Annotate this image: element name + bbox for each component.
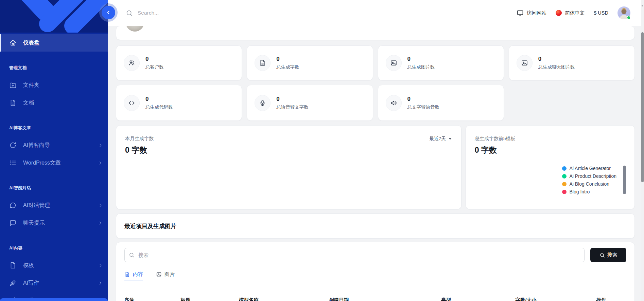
sidebar-item-AI写作[interactable]: AI写作 bbox=[0, 274, 108, 292]
chevron-right-icon bbox=[98, 281, 103, 286]
legend-scrollbar-thumb[interactable] bbox=[623, 166, 626, 194]
home-icon bbox=[9, 39, 17, 46]
sidebar-section-label: AI智能对话 bbox=[9, 185, 99, 191]
main-content: 0总客户数0总生成字数0总生成图片数0总生成聊天图片数0总生成代码数0总语音转文… bbox=[108, 26, 644, 301]
currency-switcher[interactable]: $ USD bbox=[594, 10, 608, 16]
search-icon bbox=[126, 10, 133, 17]
stat-card-总文字转语音数: 0总文字转语音数 bbox=[378, 85, 504, 121]
sidebar-item-AI对话管理[interactable]: AI对话管理 bbox=[0, 196, 108, 214]
table-header-操作: 操作 bbox=[596, 297, 626, 301]
chevron-down-icon bbox=[448, 137, 452, 141]
home-icon bbox=[9, 39, 17, 46]
chart-legend: Ai Article GeneratorAi Product Descripti… bbox=[562, 166, 616, 194]
folder-plus-icon bbox=[9, 81, 17, 89]
sidebar-item-仪表盘[interactable]: 仪表盘 bbox=[0, 34, 108, 52]
logo-emblem bbox=[0, 0, 108, 33]
legend-dot bbox=[562, 174, 567, 178]
tab-图片[interactable]: 图片 bbox=[156, 271, 175, 281]
code-icon bbox=[124, 95, 140, 111]
stat-card-总生成聊天图片数: 0总生成聊天图片数 bbox=[509, 45, 635, 80]
sidebar-item-label: 文档 bbox=[23, 99, 34, 107]
stat-value: 0 bbox=[276, 56, 299, 62]
language-switcher[interactable]: 简体中文 bbox=[556, 10, 585, 16]
chevron-right-icon bbox=[98, 161, 103, 166]
legend-item-Blog Intro[interactable]: Blog Intro bbox=[562, 189, 616, 194]
chat-icon bbox=[9, 202, 17, 209]
welcome-card bbox=[116, 26, 635, 40]
global-search-input[interactable] bbox=[138, 10, 246, 16]
tab-内容[interactable]: 内容 bbox=[124, 271, 143, 281]
chevron-right-icon bbox=[98, 263, 103, 268]
legend-label: Blog Intro bbox=[569, 189, 590, 194]
monthly-words-chart-card: 本月生成字数 0 字数 最近7天 bbox=[116, 125, 462, 209]
refresh-icon bbox=[9, 142, 17, 149]
chevron-right-icon bbox=[98, 281, 103, 286]
table-header-创建日期: 创建日期 bbox=[329, 297, 441, 301]
sidebar-item-WordPress文章[interactable]: WordPress文章 bbox=[0, 154, 108, 172]
folder-plus-icon bbox=[9, 81, 17, 89]
stat-card-总语音转文字数: 0总语音转文字数 bbox=[247, 85, 373, 121]
stat-value: 0 bbox=[145, 96, 173, 102]
recent-section-header: 最近项目及生成图片 bbox=[116, 213, 635, 239]
sidebar-item-label: AI写作 bbox=[23, 280, 39, 287]
sidebar-collapse-button[interactable] bbox=[102, 6, 115, 19]
legend-item-Ai Article Generator[interactable]: Ai Article Generator bbox=[562, 166, 616, 171]
top-templates-chart-card: 总生成字数前5模板 0 字数 Ai Article GeneratorAi Pr… bbox=[466, 125, 635, 209]
volume-icon bbox=[390, 99, 397, 107]
topbar: 访问网站 简体中文 $ USD bbox=[108, 0, 644, 26]
sidebar-item-label: 文件夹 bbox=[23, 82, 39, 89]
date-range-dropdown[interactable]: 最近7天 bbox=[430, 136, 452, 142]
sidebar-item-模板[interactable]: 模板 bbox=[0, 257, 108, 274]
scrollbar-thumb[interactable] bbox=[641, 32, 644, 182]
image-icon bbox=[517, 55, 533, 71]
sidebar-item-文档[interactable]: 文档 bbox=[0, 94, 108, 112]
recent-search-input[interactable] bbox=[124, 248, 585, 262]
legend-item-Ai Blog Conclusion[interactable]: Ai Blog Conclusion bbox=[562, 181, 616, 187]
legend-item-Ai Product Description[interactable]: Ai Product Description bbox=[562, 173, 616, 179]
stat-text: 0总生成图片数 bbox=[407, 56, 435, 70]
legend-label: Ai Product Description bbox=[569, 173, 616, 179]
stat-text: 0总文字转语音数 bbox=[407, 96, 440, 110]
sidebar-item-聊天提示[interactable]: 聊天提示 bbox=[0, 214, 108, 232]
visit-site-link[interactable]: 访问网站 bbox=[517, 10, 546, 17]
tab-label: 内容 bbox=[133, 271, 143, 278]
chevron-right-icon bbox=[98, 143, 103, 148]
code-icon bbox=[128, 99, 135, 107]
legend-dot bbox=[562, 190, 567, 194]
stat-label: 总文字转语音数 bbox=[407, 104, 440, 110]
scrollbar-up-arrow[interactable] bbox=[642, 5, 643, 6]
table-header-序号: 序号 bbox=[124, 297, 180, 301]
file-text-icon bbox=[9, 99, 17, 107]
search-icon bbox=[129, 252, 135, 258]
table-header-模型名称: 模型名称 bbox=[239, 297, 329, 301]
mic-icon bbox=[255, 95, 271, 111]
chat-icon bbox=[9, 202, 17, 209]
user-avatar[interactable] bbox=[617, 6, 630, 19]
pen-icon bbox=[9, 279, 17, 287]
legend-dot bbox=[562, 182, 567, 186]
image-icon bbox=[390, 59, 397, 67]
image-icon bbox=[521, 59, 528, 67]
stat-text: 0总生成字数 bbox=[276, 56, 299, 70]
topbar-right: 访问网站 简体中文 $ USD bbox=[517, 6, 630, 19]
window-scrollbar[interactable] bbox=[641, 0, 644, 301]
users-icon bbox=[128, 59, 135, 67]
tab-label: 图片 bbox=[164, 271, 175, 278]
sidebar-item-文件夹[interactable]: 文件夹 bbox=[0, 76, 108, 94]
sidebar-section-label: 管理文档 bbox=[9, 65, 99, 71]
file-text-icon bbox=[124, 271, 130, 277]
monitor-icon bbox=[517, 10, 524, 17]
sidebar-item-AI博客向导[interactable]: AI博客向导 bbox=[0, 136, 108, 154]
pen-icon bbox=[9, 279, 17, 287]
search-button[interactable]: 搜索 bbox=[590, 248, 626, 262]
language-flag-icon bbox=[556, 10, 562, 16]
list-icon bbox=[9, 159, 17, 167]
app-logo[interactable] bbox=[0, 0, 108, 33]
stat-card-总生成代码数: 0总生成代码数 bbox=[116, 85, 242, 121]
stat-value: 0 bbox=[145, 56, 164, 62]
stats-grid: 0总客户数0总生成字数0总生成图片数0总生成聊天图片数0总生成代码数0总语音转文… bbox=[116, 45, 635, 121]
refresh-icon bbox=[9, 142, 17, 149]
chart-value: 0 字数 bbox=[475, 145, 626, 155]
stat-text: 0总语音转文字数 bbox=[276, 96, 309, 110]
stat-label: 总生成代码数 bbox=[145, 104, 173, 110]
